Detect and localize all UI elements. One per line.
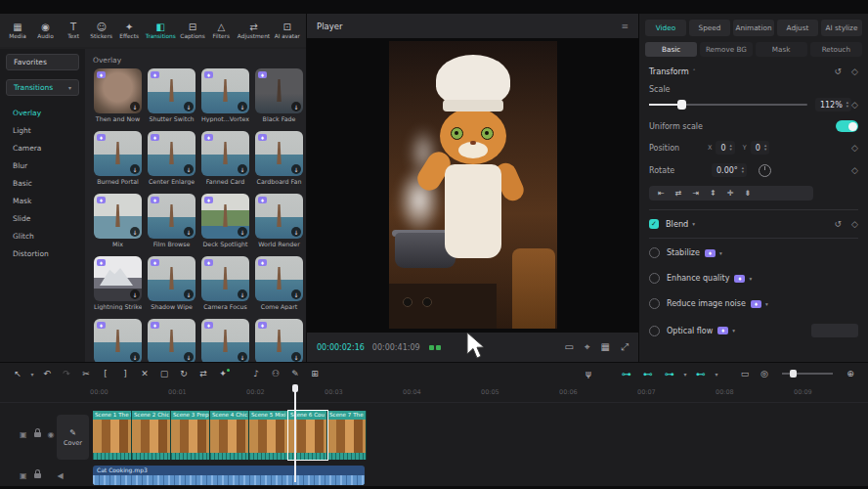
keyframe-diamond-icon[interactable]: ◇ — [851, 219, 858, 229]
chevron-down-icon[interactable]: ▾ — [732, 328, 735, 333]
trim-left-icon[interactable]: [ — [96, 369, 115, 378]
reduce-noise-checkbox[interactable] — [649, 298, 660, 309]
lock-track-icon[interactable] — [34, 432, 41, 437]
sidebar-item-light[interactable]: Light — [0, 121, 85, 139]
download-icon[interactable]: ↓ — [291, 164, 301, 174]
main-track-icon[interactable]: ▣ — [20, 471, 27, 480]
download-icon[interactable]: ↓ — [291, 289, 301, 299]
chevron-down-icon[interactable]: ▾ — [680, 371, 690, 378]
download-icon[interactable]: ↓ — [130, 352, 140, 362]
reset-transform-icon[interactable]: ↺ — [835, 67, 843, 76]
keyframe-diamond-icon[interactable]: ◇ — [851, 100, 858, 110]
transition-then-and-now[interactable]: ♦ ↓ Then and Now — [94, 68, 142, 122]
preview-area[interactable] — [307, 38, 638, 333]
download-icon[interactable]: ↓ — [291, 102, 301, 111]
player-menu-icon[interactable]: ≡ — [621, 22, 629, 31]
nav-transitions[interactable]: ◧ Transitions — [146, 22, 176, 39]
delete-icon[interactable]: ✕ — [135, 369, 154, 378]
tab-ai-stylize[interactable]: AI stylize — [821, 20, 862, 36]
audio-clip[interactable]: Cat Cooking.mp3 — [93, 466, 365, 485]
section-stabilize[interactable]: Stabilize ♦ ▾ — [649, 247, 858, 258]
download-icon[interactable]: ↓ — [130, 102, 140, 111]
tab-speed[interactable]: Speed — [689, 20, 730, 36]
clip-scene-2[interactable]: Scene 2 Chic — [132, 411, 171, 460]
download-icon[interactable]: ↓ — [130, 289, 140, 299]
hide-track-icon[interactable]: ◉ — [48, 430, 55, 439]
chevron-down-icon[interactable]: ▾ — [749, 276, 752, 282]
nav-audio[interactable]: ◉ Audio — [34, 22, 58, 39]
align-left-icon[interactable]: ⇤ — [658, 189, 665, 198]
clip-scene-1[interactable]: Scene 1 The E — [93, 411, 132, 460]
select-tool-icon[interactable]: ↖ — [8, 369, 27, 378]
position-x-field[interactable]: 0 ▴▾ — [716, 141, 734, 155]
transition-partial-3[interactable]: ♦ ↓ — [201, 319, 249, 362]
fullscreen-icon[interactable]: ⤢ — [621, 341, 629, 353]
stepper-icon[interactable]: ▴▾ — [764, 144, 766, 152]
transition-film-browse[interactable]: ♦ ↓ Film Browse — [148, 194, 195, 247]
subtab-remove-bg[interactable]: Remove BG — [700, 42, 752, 57]
subtab-basic[interactable]: Basic — [645, 42, 697, 57]
split-icon[interactable]: ✂ — [76, 369, 96, 378]
tab-video[interactable]: Video — [645, 20, 686, 36]
stepper-icon[interactable]: ▴▾ — [846, 101, 848, 109]
download-icon[interactable]: ↓ — [238, 227, 247, 237]
download-icon[interactable]: ↓ — [184, 164, 194, 174]
download-icon[interactable]: ↓ — [238, 102, 247, 111]
keyframe-diamond-icon[interactable]: ◇ — [851, 143, 858, 153]
keyframe-diamond-icon[interactable]: ◇ — [851, 165, 858, 175]
section-enhance-quality[interactable]: Enhance quality ♦ ▾ — [649, 273, 858, 284]
transitions-group-button[interactable]: Transitions ▾ — [6, 79, 79, 96]
position-y-field[interactable]: 0 ▴▾ — [751, 141, 769, 155]
auto-enhance-icon[interactable]: ✦ — [213, 369, 233, 378]
chevron-down-icon[interactable]: ▾ — [765, 301, 768, 307]
timeline-zoom-slider[interactable] — [782, 373, 833, 375]
chevron-down-icon[interactable]: ▾ — [692, 221, 695, 227]
transition-camera-focus[interactable]: ♦ ↓ Camera Focus — [201, 256, 249, 310]
clip-scene-3[interactable]: Scene 3 Prep — [171, 411, 210, 460]
keyframe-toggle-icon[interactable]: ⊶ — [659, 369, 680, 379]
download-icon[interactable]: ↓ — [238, 164, 247, 174]
sidebar-item-overlay[interactable]: Overlay — [0, 104, 85, 121]
clip-scene-7[interactable]: Scene 7 The — [327, 411, 367, 460]
stepper-icon[interactable]: ▴▾ — [742, 166, 744, 174]
tab-animation[interactable]: Animation — [733, 20, 774, 36]
download-icon[interactable]: ↓ — [130, 164, 140, 174]
sidebar-item-mask[interactable]: Mask — [0, 192, 85, 209]
redo-icon[interactable]: ↷ — [57, 369, 76, 378]
quality-icon[interactable]: ▦ — [601, 341, 610, 353]
transition-mix[interactable]: ♦ ↓ Mix — [94, 194, 142, 247]
nav-filters[interactable]: △ Filters — [209, 22, 233, 39]
download-icon[interactable]: ↓ — [184, 227, 194, 237]
zoom-in-icon[interactable]: ⊕ — [841, 369, 860, 378]
nav-captions[interactable]: ⊟ Captions — [180, 22, 204, 39]
sidebar-item-camera[interactable]: Camera — [0, 139, 85, 156]
transition-lightning-strike[interactable]: ♦ ↓ Lightning Strike — [94, 256, 142, 310]
nav-stickers[interactable]: ☺ Stickers — [90, 22, 113, 39]
link-toggle-icon[interactable]: ⊷ — [637, 369, 659, 379]
transition-world-render[interactable]: ♦ ↓ World Render — [255, 194, 303, 247]
portrait-icon[interactable]: ⚇ — [266, 369, 285, 378]
transition-partial-1[interactable]: ♦ ↓ — [94, 319, 142, 362]
transition-deck-spotlight[interactable]: ♦ ↓ Deck Spotlight — [201, 194, 249, 247]
freeze-frame-icon[interactable]: ▢ — [154, 369, 174, 378]
download-icon[interactable]: ↓ — [184, 352, 194, 362]
download-icon[interactable]: ↓ — [184, 289, 194, 299]
stabilize-checkbox[interactable] — [649, 247, 660, 258]
rotate-dial-icon[interactable] — [759, 164, 771, 177]
draw-icon[interactable]: ✎ — [285, 369, 305, 378]
zoom-fit-icon[interactable]: ◎ — [755, 369, 774, 378]
transition-partial-2[interactable]: ♦ ↓ — [148, 319, 195, 362]
optical-flow-action-button[interactable] — [811, 324, 858, 337]
download-icon[interactable]: ↓ — [184, 102, 194, 111]
nav-ai-avatar[interactable]: ⊡ AI avatar — [275, 22, 300, 39]
align-center-icon[interactable]: ✛ — [727, 189, 734, 198]
ratio-icon[interactable]: ▭ — [564, 341, 573, 353]
reset-blend-icon[interactable]: ↺ — [835, 219, 843, 229]
display-mode-icon[interactable]: ▭ — [735, 369, 755, 378]
collapse-icon[interactable]: ˄ — [693, 68, 696, 74]
transition-come-apart[interactable]: ♦ ↓ Come Apart — [255, 256, 303, 310]
transition-burned-portal[interactable]: ♦ ↓ Burned Portal — [94, 131, 142, 185]
download-icon[interactable]: ↓ — [238, 352, 247, 362]
enhance-quality-checkbox[interactable] — [649, 273, 660, 284]
sidebar-item-slide[interactable]: Slide — [0, 209, 85, 227]
